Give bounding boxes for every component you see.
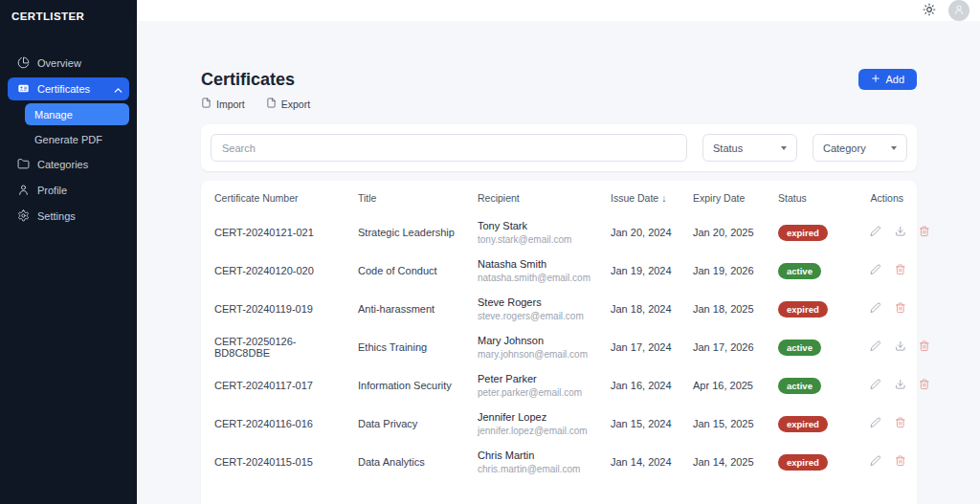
certificate-card-icon <box>17 82 30 97</box>
dropdown-arrow-icon <box>781 146 787 150</box>
expiry-date: Jan 17, 2026 <box>689 328 774 366</box>
col-certificate-number: Certificate Number <box>211 181 354 213</box>
import-button[interactable]: Import <box>201 98 245 110</box>
recipient-name: Mary Johnson <box>478 335 603 346</box>
issue-date: Jan 19, 2024 <box>607 252 689 290</box>
delete-button[interactable] <box>919 226 930 237</box>
col-expiry-date: Expiry Date <box>689 181 774 213</box>
expiry-date: Jan 20, 2025 <box>689 213 774 252</box>
trash-icon <box>919 226 930 237</box>
table-row: CERT-20240119-019 Anti-harassment Steve … <box>211 290 907 328</box>
sidebar-item-categories[interactable]: Categories <box>8 153 129 176</box>
trash-icon <box>895 455 906 467</box>
certificates-table-card: Certificate Number Title Recipient Issue… <box>201 181 917 504</box>
edit-button[interactable] <box>870 302 881 314</box>
sidebar-item-label: Categories <box>37 159 88 170</box>
certificate-number: CERT-20240120-020 <box>211 252 354 290</box>
issue-date: Jan 15, 2024 <box>607 405 689 443</box>
table-row: CERT-20240117-017 Information Security P… <box>211 366 907 405</box>
delete-button[interactable] <box>895 455 906 467</box>
certificate-number: CERT-20240117-017 <box>211 366 354 405</box>
certificate-number: CERT-20240119-019 <box>211 290 354 328</box>
col-recipient: Recipient <box>474 181 607 213</box>
search-input[interactable] <box>211 134 687 162</box>
edit-button[interactable] <box>870 417 881 428</box>
recipient-name: Chris Martin <box>478 449 603 461</box>
sidebar-item-generate-pdf[interactable]: Generate PDF <box>25 128 129 150</box>
download-button[interactable] <box>895 226 906 237</box>
issue-date: Jan 17, 2024 <box>607 328 689 366</box>
download-icon <box>895 340 906 352</box>
status-badge: expired <box>778 225 828 241</box>
sidebar-item-overview[interactable]: Overview <box>8 52 129 75</box>
expiry-date: Jan 14, 2025 <box>689 443 774 481</box>
file-icon <box>266 98 277 110</box>
status-badge: active <box>778 378 821 394</box>
delete-button[interactable] <box>919 340 930 352</box>
sidebar-item-profile[interactable]: Profile <box>8 179 129 202</box>
issue-date: Jan 14, 2024 <box>607 443 689 481</box>
sidebar: CERTLISTER Overview Certificates Manage … <box>0 0 137 504</box>
app-logo: CERTLISTER <box>0 0 137 33</box>
status-badge: expired <box>778 416 828 432</box>
export-button[interactable]: Export <box>266 98 310 110</box>
trash-icon <box>895 264 906 275</box>
sidebar-item-label: Profile <box>37 185 67 196</box>
recipient-cell: Chris Martin chris.martin@email.com <box>474 443 607 481</box>
sidebar-nav: Overview Certificates Manage Generate PD… <box>0 49 137 230</box>
import-label: Import <box>216 99 245 110</box>
certificate-number: CERT-20250126-BD8C8DBE <box>211 328 354 366</box>
user-icon <box>17 184 30 198</box>
sidebar-item-settings[interactable]: Settings <box>8 205 129 228</box>
issue-date: Jan 16, 2024 <box>607 366 689 405</box>
page-title: Certificates <box>201 70 295 90</box>
edit-button[interactable] <box>870 455 881 467</box>
download-button[interactable] <box>895 340 906 352</box>
delete-button[interactable] <box>919 379 930 390</box>
recipient-name: Tony Stark <box>478 220 603 231</box>
avatar[interactable] <box>948 0 969 21</box>
sidebar-item-manage[interactable]: Manage <box>25 103 129 125</box>
sidebar-item-certificates[interactable]: Certificates <box>8 77 129 100</box>
certificate-title: Anti-harassment <box>354 290 474 328</box>
pencil-icon <box>870 302 881 314</box>
main-area: Certificates Add Import Export <box>137 0 980 504</box>
table-header-row: Certificate Number Title Recipient Issue… <box>211 181 907 213</box>
add-button[interactable]: Add <box>858 69 917 90</box>
edit-button[interactable] <box>870 340 881 352</box>
sun-icon <box>923 3 936 19</box>
edit-button[interactable] <box>870 226 881 237</box>
user-icon <box>953 2 965 19</box>
trash-icon <box>919 379 930 390</box>
expiry-date: Apr 16, 2025 <box>689 366 774 405</box>
category-select[interactable]: Category <box>813 134 907 162</box>
status-select[interactable]: Status <box>702 134 797 162</box>
sort-descending-icon: ↓ <box>661 192 666 204</box>
download-icon <box>895 379 906 390</box>
trash-icon <box>919 340 930 352</box>
certificate-title: Information Security <box>354 366 474 405</box>
table-row: CERT-20240115-015 Data Analytics Chris M… <box>211 443 907 481</box>
status-badge: expired <box>778 301 828 318</box>
chevron-up-icon <box>112 84 122 94</box>
download-button[interactable] <box>895 379 906 390</box>
certificates-table: Certificate Number Title Recipient Issue… <box>211 181 907 481</box>
recipient-cell: Natasha Smith natasha.smith@email.com <box>474 252 607 290</box>
pencil-icon <box>870 264 881 275</box>
table-row: CERT-20240116-016 Data Privacy Jennifer … <box>211 405 907 443</box>
col-issue-date[interactable]: Issue Date↓ <box>607 181 689 213</box>
recipient-email: jennifer.lopez@email.com <box>478 426 603 436</box>
recipient-email: tony.stark@email.com <box>478 234 603 245</box>
certificate-title: Code of Conduct <box>354 252 474 290</box>
pencil-icon <box>870 379 881 390</box>
recipient-name: Jennifer Lopez <box>478 411 603 423</box>
recipient-name: Steve Rogers <box>478 296 603 308</box>
delete-button[interactable] <box>895 417 906 428</box>
theme-toggle-button[interactable] <box>919 0 940 21</box>
delete-button[interactable] <box>895 264 906 275</box>
pie-chart-icon <box>17 56 30 71</box>
edit-button[interactable] <box>870 264 881 275</box>
delete-button[interactable] <box>895 302 906 314</box>
edit-button[interactable] <box>870 379 881 390</box>
category-select-value: Category <box>823 142 866 154</box>
